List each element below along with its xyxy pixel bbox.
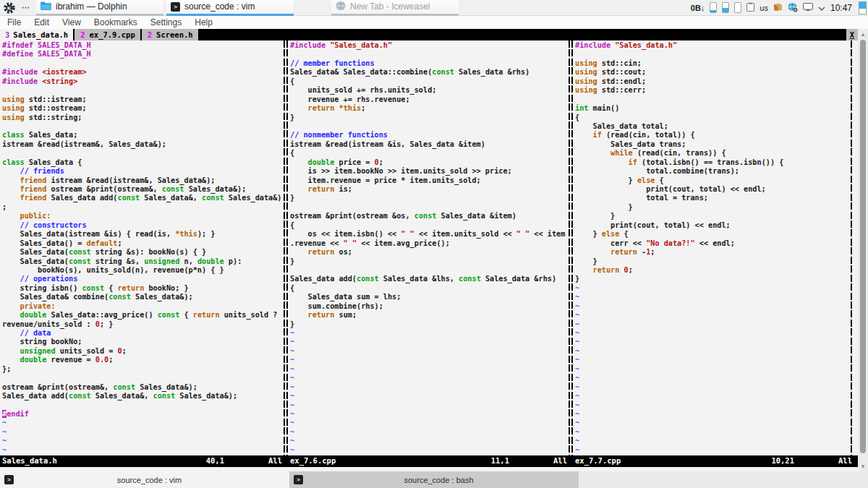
code-line: { <box>290 221 569 230</box>
status-scroll-indicator: All <box>268 456 282 465</box>
vim-tab-ex-7-9-cpp[interactable]: 2ex_7.9.cpp <box>75 29 140 40</box>
panel-overflow-icon[interactable]: ⋯ <box>22 3 30 12</box>
code-line: private: <box>2 302 284 311</box>
code-line: sum.combine(rhs); <box>290 302 569 311</box>
code-line: is >> item.bookNo >> item.units_sold >> … <box>290 167 569 176</box>
status-filename: Sales_data.h <box>2 456 57 465</box>
code-line: } <box>290 114 569 122</box>
code-line: string isbn() const { return bookNo; } <box>2 284 284 293</box>
kde-launcher-icon[interactable]: K <box>3 1 16 14</box>
vim-tab-screen-h[interactable]: 2Screen.h <box>142 29 198 40</box>
code-line: item.revenue = price * item.units_sold; <box>290 176 569 185</box>
konsole-menubar: FileEditViewBookmarksSettingsHelp <box>0 16 868 29</box>
menu-edit[interactable]: Edit <box>27 17 56 27</box>
code-line: return 0; <box>575 266 851 275</box>
konsole-icon: > <box>4 475 14 484</box>
code-line: return *this; <box>290 104 569 113</box>
statusline-ex-7-7-cpp: ex_7.7.cpp 10,21 All <box>573 455 858 467</box>
folder-icon <box>41 1 51 12</box>
code-line: ~ <box>575 284 851 293</box>
code-line: ~ <box>575 320 851 329</box>
vim-window-sales-data-h[interactable]: #ifndef SALES_DATA_H#define SALES_DATA_H… <box>0 40 284 455</box>
code-line <box>2 374 284 382</box>
scroll-down-icon[interactable]: ▾ <box>858 463 868 470</box>
taskbutton-iceweasel[interactable]: New Tab - Iceweasel <box>331 0 459 16</box>
konsole-tab-vim[interactable]: > source_code : vim <box>0 471 289 488</box>
menu-settings[interactable]: Settings <box>144 17 188 27</box>
code-line: using std::istream; <box>2 95 284 104</box>
tray-widget-icon[interactable] <box>722 2 729 13</box>
status-cursor-position: 11,1 <box>491 456 509 465</box>
menu-bookmarks[interactable]: Bookmarks <box>88 17 144 27</box>
taskbutton-konsole[interactable]: > source_code : vim <box>166 0 294 16</box>
iceweasel-icon <box>336 1 346 13</box>
code-line: ~ <box>290 347 569 356</box>
code-line: ostream &print(ostream&, const Sales_dat… <box>2 383 284 392</box>
code-line: return -1; <box>575 248 851 257</box>
statusline-sales-data-h: Sales_data.h 40,1 All <box>0 455 288 467</box>
code-line: total = trans; <box>575 194 851 202</box>
network-globe-icon[interactable] <box>788 2 798 14</box>
notes-icon[interactable] <box>773 3 783 13</box>
konsole-tab-bash[interactable]: > source_code : bash <box>289 471 579 488</box>
code-line: ~ <box>575 302 851 311</box>
vim-window-ex-7-6-cpp[interactable]: #include "Sales_data.h" // member functi… <box>288 40 569 455</box>
clock[interactable]: 10:47 <box>830 3 852 13</box>
code-line: istream &read(istream &is, Sales_data &i… <box>290 140 569 149</box>
clipboard-icon[interactable] <box>746 2 754 13</box>
vim-tab-label: Sales_data.h <box>13 30 68 39</box>
code-line: double revenue = 0.0; <box>2 356 284 364</box>
svg-text:K: K <box>7 5 12 12</box>
menu-file[interactable]: File <box>0 17 27 27</box>
code-line: revenue/units_sold : 0; } <box>2 320 284 329</box>
code-line: } <box>290 257 569 266</box>
network-speed[interactable]: 0B↓ <box>691 4 705 12</box>
code-line: ~ <box>2 437 284 445</box>
menu-view[interactable]: View <box>56 17 88 27</box>
status-cursor-position: 40,1 <box>206 456 224 465</box>
code-line: // nonmember functions <box>290 131 569 140</box>
vim-tab-sales-data-h[interactable]: 3Sales_data.h <box>0 29 73 40</box>
tray-widget-icon[interactable] <box>734 2 741 13</box>
code-line: Sales_data trans; <box>575 140 851 149</box>
status-scroll-indicator: All <box>838 456 852 465</box>
taskbutton-dolphin[interactable]: ibrahim — Dolphin <box>36 0 163 16</box>
keyboard-layout[interactable]: us <box>760 4 768 12</box>
code-line: ~ <box>575 293 851 301</box>
scrollbar-thumb[interactable] <box>860 40 866 453</box>
vim-tab-close-button[interactable]: X <box>846 29 858 40</box>
status-cursor-position: 10,21 <box>771 456 794 465</box>
vim-tab-label: ex_7.9.cpp <box>90 30 135 39</box>
code-line: return sum; <box>290 311 569 320</box>
code-line: ~ <box>575 392 851 401</box>
tray-widget-icon[interactable] <box>710 2 717 13</box>
code-line: Sales_data sum = lhs; <box>290 293 569 301</box>
display-icon[interactable] <box>803 3 813 13</box>
code-line: #include <iostream> <box>2 68 284 77</box>
down-arrow-icon: ↓ <box>701 4 705 12</box>
system-tray: 0B↓ us <box>691 1 868 14</box>
code-line: using std::cerr; <box>575 86 851 95</box>
vim-tabline: 3Sales_data.h2ex_7.9.cpp2Screen.hX <box>0 29 858 40</box>
code-line: class Sales_data; <box>2 131 284 140</box>
code-line: if (read(cin, total)) { <box>575 131 851 140</box>
menu-help[interactable]: Help <box>188 17 219 27</box>
terminal-scrollbar[interactable]: ▴ ▾ <box>858 29 868 471</box>
desktop: { "panel": { "overflow_dots": "⋯", "task… <box>0 0 868 488</box>
code-line: Sales_data add(const Sales_data &lhs, co… <box>290 275 569 283</box>
code-line: ~ <box>290 446 569 455</box>
code-line <box>575 50 851 59</box>
tray-expander-icon[interactable] <box>818 4 825 12</box>
code-line: ~ <box>575 329 851 338</box>
code-line <box>290 122 569 131</box>
code-line: class Sales_data { <box>2 158 284 167</box>
vim-window-ex-7-7-cpp[interactable]: #include "Sales_data.h" using std::cin;u… <box>573 40 851 455</box>
code-line: double price = 0; <box>290 158 569 167</box>
panel-edge-widget[interactable] <box>859 1 867 14</box>
code-line <box>2 401 284 410</box>
code-line: } else { <box>575 230 851 239</box>
code-line: } <box>575 212 851 221</box>
code-line: print(cout, total) << endl; <box>575 221 851 230</box>
terminal-viewport[interactable]: #ifndef SALES_DATA_H#define SALES_DATA_H… <box>0 40 858 455</box>
scroll-up-icon[interactable]: ▴ <box>858 30 868 38</box>
